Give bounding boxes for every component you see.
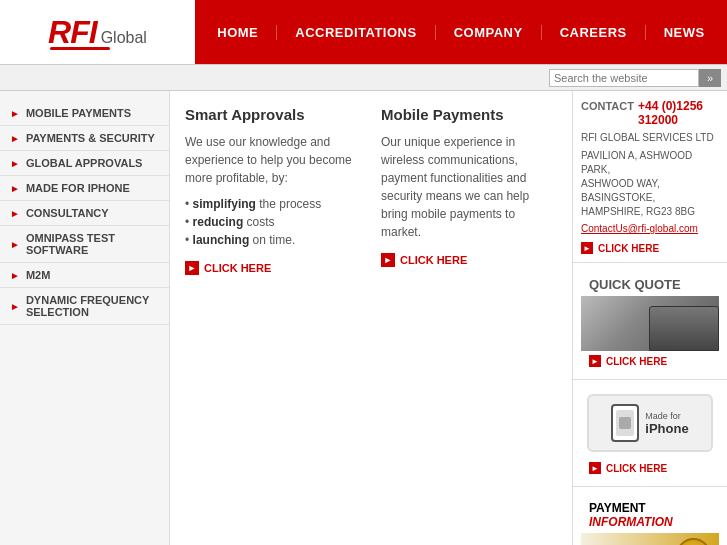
smart-approvals-click[interactable]: ► CLICK HERE	[185, 261, 361, 275]
left-sidebar: ► MOBILE PAYMENTS ► PAYMENTS & SECURITY …	[0, 91, 170, 545]
click-arrow-icon: ►	[589, 355, 601, 367]
sidebar-label: M2M	[26, 269, 50, 281]
contact-click-label: CLICK HERE	[598, 243, 659, 254]
sidebar-label: MOBILE PAYMENTS	[26, 107, 131, 119]
laptop-shape	[649, 306, 719, 351]
payment-title: PAYMENT INFORMATION	[581, 495, 719, 529]
contact-panel: CONTACT +44 (0)1256 312000 RFI GLOBAL SE…	[573, 91, 727, 263]
sidebar-item-made-for-iphone[interactable]: ► MADE FOR IPHONE	[0, 176, 169, 201]
iphone-click-label: CLICK HERE	[606, 463, 667, 474]
quick-quote-click-label: CLICK HERE	[606, 356, 667, 367]
nav-company[interactable]: COMPANY	[436, 25, 542, 40]
sidebar-item-global-approvals[interactable]: ► GLOBAL APPROVALS	[0, 151, 169, 176]
content-columns: Smart Approvals We use our knowledge and…	[185, 106, 557, 275]
click-here-label: CLICK HERE	[204, 262, 271, 274]
logo-underline	[50, 47, 110, 50]
search-input[interactable]	[549, 69, 699, 87]
sidebar-label: MADE FOR IPHONE	[26, 182, 130, 194]
iphone-screen-inner	[619, 417, 631, 429]
main-nav: HOME ACCREDITATIONS COMPANY CAREERS NEWS	[195, 0, 727, 64]
nav-careers[interactable]: CAREERS	[542, 25, 646, 40]
arrow-icon: ►	[10, 208, 20, 219]
bullet-item-1: simplifying the process	[185, 195, 361, 213]
bullet-item-3: launching on time.	[185, 231, 361, 249]
bullet-list: simplifying the process reducing costs l…	[185, 195, 361, 249]
sidebar-item-omnipass[interactable]: ► OMNIPASS TEST SOFTWARE	[0, 226, 169, 263]
quick-quote-image	[581, 296, 719, 351]
smart-approvals-intro: We use our knowledge and experience to h…	[185, 133, 361, 187]
arrow-icon: ►	[10, 158, 20, 169]
bullet-item-2: reducing costs	[185, 213, 361, 231]
iphone-text-block: Made for iPhone	[645, 411, 688, 436]
contact-email[interactable]: ContactUs@rfi-global.com	[581, 223, 719, 234]
arrow-icon: ►	[10, 301, 20, 312]
logo-global: Global	[101, 29, 147, 47]
click-here-label: CLICK HERE	[400, 254, 467, 266]
bullet-rest-2: costs	[243, 215, 274, 229]
sidebar-item-consultancy[interactable]: ► CONSULTANCY	[0, 201, 169, 226]
iphone-panel: Made for iPhone ► CLICK HERE	[573, 380, 727, 487]
arrow-icon: ►	[10, 239, 20, 250]
bullet-bold-1: simplifying	[193, 197, 256, 211]
header: RFI Global HOME ACCREDITATIONS COMPANY C…	[0, 0, 727, 65]
smart-approvals-col: Smart Approvals We use our knowledge and…	[185, 106, 361, 275]
mobile-payments-title: Mobile Payments	[381, 106, 557, 123]
right-sidebar: CONTACT +44 (0)1256 312000 RFI GLOBAL SE…	[572, 91, 727, 545]
click-arrow-icon: ►	[381, 253, 395, 267]
quick-quote-title: QUICK QUOTE	[581, 271, 719, 292]
arrow-icon: ►	[10, 133, 20, 144]
bullet-rest-1: the process	[256, 197, 321, 211]
laptop-image	[581, 296, 719, 351]
arrow-icon: ►	[10, 108, 20, 119]
iphone-made-text: Made for	[645, 411, 688, 421]
mobile-payments-click[interactable]: ► CLICK HERE	[381, 253, 557, 267]
sidebar-label: CONSULTANCY	[26, 207, 109, 219]
payment-image	[581, 533, 719, 545]
sidebar-label: DYNAMIC FREQUENCY SELECTION	[26, 294, 159, 318]
click-arrow-icon: ►	[581, 242, 593, 254]
quick-quote-panel: QUICK QUOTE ► CLICK HERE	[573, 263, 727, 380]
sidebar-item-payments-security[interactable]: ► PAYMENTS & SECURITY	[0, 126, 169, 151]
iphone-label: iPhone	[645, 421, 688, 436]
sidebar-label: PAYMENTS & SECURITY	[26, 132, 155, 144]
sidebar-label: OMNIPASS TEST SOFTWARE	[26, 232, 159, 256]
contact-phone: +44 (0)1256 312000	[638, 99, 719, 127]
logo-area: RFI Global	[0, 0, 195, 64]
contact-label: CONTACT	[581, 100, 634, 112]
sidebar-item-mobile-payments[interactable]: ► MOBILE PAYMENTS	[0, 101, 169, 126]
payment-info: INFORMATION	[589, 515, 673, 529]
click-arrow-icon: ►	[185, 261, 199, 275]
mobile-payments-col: Mobile Payments Our unique experience in…	[381, 106, 557, 275]
nav-news[interactable]: NEWS	[646, 25, 723, 40]
iphone-screen	[616, 410, 634, 436]
search-button[interactable]: »	[699, 69, 721, 87]
bullet-bold-2: reducing	[193, 215, 244, 229]
sidebar-item-m2m[interactable]: ► M2M	[0, 263, 169, 288]
bullet-bold-3: launching	[193, 233, 250, 247]
payment-label: PAYMENT	[589, 501, 646, 515]
arrow-icon: ►	[10, 270, 20, 281]
logo[interactable]: RFI Global	[48, 14, 147, 50]
search-bar: »	[0, 65, 727, 91]
sidebar-item-dynamic-freq[interactable]: ► DYNAMIC FREQUENCY SELECTION	[0, 288, 169, 325]
coin-icon	[676, 538, 711, 545]
main-area: ► MOBILE PAYMENTS ► PAYMENTS & SECURITY …	[0, 91, 727, 545]
iphone-badge: Made for iPhone	[587, 394, 713, 452]
mobile-payments-body: Our unique experience in wireless commun…	[381, 133, 557, 241]
bullet-rest-3: on time.	[249, 233, 295, 247]
iphone-device-icon	[611, 404, 639, 442]
click-arrow-icon: ►	[589, 462, 601, 474]
smart-approvals-title: Smart Approvals	[185, 106, 361, 123]
arrow-icon: ►	[10, 183, 20, 194]
sidebar-label: GLOBAL APPROVALS	[26, 157, 143, 169]
quick-quote-click[interactable]: ► CLICK HERE	[581, 351, 719, 371]
nav-accreditations[interactable]: ACCREDITATIONS	[277, 25, 435, 40]
logo-rfi: RFI	[48, 14, 97, 51]
contact-click-here[interactable]: ► CLICK HERE	[581, 238, 719, 254]
contact-address: PAVILION A, ASHWOOD PARK, ASHWOOD WAY, B…	[581, 149, 719, 219]
payment-panel: PAYMENT INFORMATION ► CLICK HERE	[573, 487, 727, 545]
iphone-click[interactable]: ► CLICK HERE	[581, 458, 719, 478]
content-area: Smart Approvals We use our knowledge and…	[170, 91, 572, 545]
nav-home[interactable]: HOME	[199, 25, 277, 40]
contact-company: RFI GLOBAL SERVICES LTD	[581, 131, 719, 145]
